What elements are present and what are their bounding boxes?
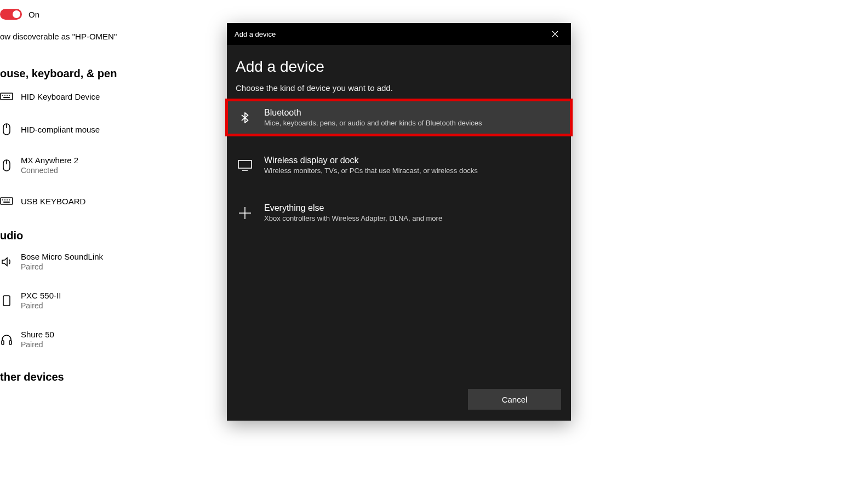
svg-rect-19	[238, 160, 252, 168]
option-title: Everything else	[264, 203, 442, 213]
display-icon	[236, 156, 254, 175]
svg-rect-18	[9, 341, 12, 345]
device-kind-option[interactable]: Wireless display or dockWireless monitor…	[227, 148, 571, 182]
bluetooth-toggle-label: On	[28, 10, 39, 19]
device-icon	[0, 294, 13, 307]
device-status: Paired	[21, 340, 54, 349]
svg-rect-17	[2, 341, 4, 345]
keyboard-icon	[0, 194, 13, 208]
dialog-titlebar-text: Add a device	[235, 30, 276, 38]
speaker-icon	[0, 255, 13, 268]
dialog-titlebar: Add a device	[227, 23, 571, 45]
option-desc: Wireless monitors, TVs, or PCs that use …	[264, 167, 478, 175]
device-row[interactable]: HID-compliant mouse	[0, 123, 208, 136]
option-desc: Mice, keyboards, pens, or audio and othe…	[264, 119, 482, 127]
device-name: HID Keyboard Device	[21, 92, 100, 101]
headphone-icon	[0, 333, 13, 346]
device-name: Shure 50	[21, 330, 54, 339]
bluetooth-toggle[interactable]	[0, 9, 22, 20]
device-row[interactable]: MX Anywhere 2Connected	[0, 156, 208, 175]
svg-rect-10	[1, 198, 13, 204]
close-icon	[552, 31, 558, 37]
section-other-heading: ther devices	[0, 371, 208, 383]
device-row[interactable]: Shure 50Paired	[0, 330, 208, 349]
svg-rect-0	[1, 93, 13, 100]
close-button[interactable]	[547, 26, 563, 42]
keyboard-icon	[0, 90, 13, 103]
mouse-icon	[0, 159, 13, 172]
mouse-icon	[0, 123, 13, 136]
device-row[interactable]: PXC 550-IIPaired	[0, 291, 208, 310]
option-title: Bluetooth	[264, 108, 482, 118]
svg-rect-16	[3, 296, 10, 306]
dialog-subhead: Choose the kind of device you want to ad…	[236, 83, 562, 93]
device-status: Paired	[21, 262, 103, 271]
section-mouse-heading: ouse, keyboard, & pen	[0, 67, 208, 80]
cancel-button[interactable]: Cancel	[468, 389, 561, 410]
device-row[interactable]: USB KEYBOARD	[0, 194, 208, 208]
option-desc: Xbox controllers with Wireless Adapter, …	[264, 214, 442, 222]
device-row[interactable]: Bose Micro SoundLinkPaired	[0, 252, 208, 271]
device-name: HID-compliant mouse	[21, 125, 100, 134]
device-name: Bose Micro SoundLink	[21, 252, 103, 261]
dialog-heading: Add a device	[236, 58, 562, 76]
device-status: Connected	[21, 166, 78, 175]
bluetooth-toggle-row: On	[0, 9, 208, 20]
bluetooth-icon	[236, 108, 254, 127]
add-device-dialog: Add a device Add a device Choose the kin…	[227, 23, 571, 421]
plus-icon	[236, 204, 254, 222]
device-name: MX Anywhere 2	[21, 156, 78, 165]
device-name: USB KEYBOARD	[21, 197, 85, 206]
discoverable-text: ow discoverable as "HP-OMEN"	[0, 32, 208, 41]
section-audio-heading: udio	[0, 229, 208, 242]
device-kind-option[interactable]: BluetoothMice, keyboards, pens, or audio…	[227, 100, 571, 135]
device-kind-option[interactable]: Everything elseXbox controllers with Wir…	[227, 196, 571, 230]
device-status: Paired	[21, 301, 61, 310]
device-row[interactable]: HID Keyboard Device	[0, 90, 208, 103]
device-name: PXC 550-II	[21, 291, 61, 300]
option-title: Wireless display or dock	[264, 156, 478, 165]
